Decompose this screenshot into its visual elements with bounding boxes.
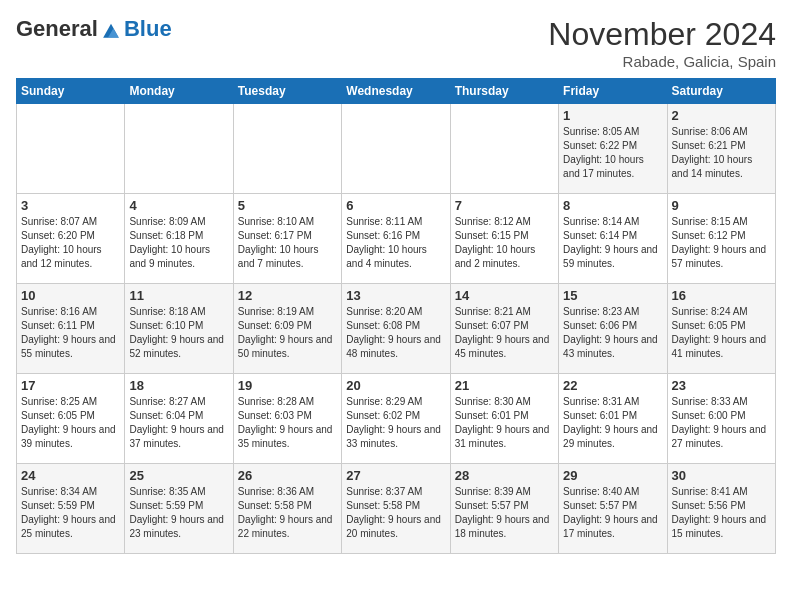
table-row — [342, 104, 450, 194]
day-number: 5 — [238, 198, 337, 213]
header-monday: Monday — [125, 79, 233, 104]
table-row: 16Sunrise: 8:24 AMSunset: 6:05 PMDayligh… — [667, 284, 775, 374]
cell-info: Sunset: 5:57 PM — [455, 499, 554, 513]
table-row: 17Sunrise: 8:25 AMSunset: 6:05 PMDayligh… — [17, 374, 125, 464]
cell-info: Sunrise: 8:16 AM — [21, 305, 120, 319]
cell-info: Daylight: 9 hours and 43 minutes. — [563, 333, 662, 361]
day-number: 7 — [455, 198, 554, 213]
cell-info: Daylight: 9 hours and 33 minutes. — [346, 423, 445, 451]
cell-info: Daylight: 9 hours and 29 minutes. — [563, 423, 662, 451]
table-row: 24Sunrise: 8:34 AMSunset: 5:59 PMDayligh… — [17, 464, 125, 554]
cell-info: Sunrise: 8:39 AM — [455, 485, 554, 499]
logo-blue: Blue — [124, 16, 172, 42]
day-number: 1 — [563, 108, 662, 123]
cell-info: Daylight: 9 hours and 22 minutes. — [238, 513, 337, 541]
header-friday: Friday — [559, 79, 667, 104]
header-thursday: Thursday — [450, 79, 558, 104]
table-row: 26Sunrise: 8:36 AMSunset: 5:58 PMDayligh… — [233, 464, 341, 554]
table-row: 29Sunrise: 8:40 AMSunset: 5:57 PMDayligh… — [559, 464, 667, 554]
cell-info: Daylight: 9 hours and 31 minutes. — [455, 423, 554, 451]
day-number: 3 — [21, 198, 120, 213]
cell-info: Sunset: 5:58 PM — [238, 499, 337, 513]
table-row: 11Sunrise: 8:18 AMSunset: 6:10 PMDayligh… — [125, 284, 233, 374]
calendar-header: Sunday Monday Tuesday Wednesday Thursday… — [17, 79, 776, 104]
cell-info: Sunset: 5:59 PM — [21, 499, 120, 513]
cell-info: Sunset: 6:01 PM — [455, 409, 554, 423]
cell-info: Sunset: 5:57 PM — [563, 499, 662, 513]
table-row: 6Sunrise: 8:11 AMSunset: 6:16 PMDaylight… — [342, 194, 450, 284]
table-row: 5Sunrise: 8:10 AMSunset: 6:17 PMDaylight… — [233, 194, 341, 284]
cell-info: Sunrise: 8:24 AM — [672, 305, 771, 319]
cell-info: Daylight: 9 hours and 37 minutes. — [129, 423, 228, 451]
cell-info: Daylight: 10 hours and 4 minutes. — [346, 243, 445, 271]
cell-info: Daylight: 9 hours and 25 minutes. — [21, 513, 120, 541]
day-number: 27 — [346, 468, 445, 483]
cell-info: Daylight: 9 hours and 27 minutes. — [672, 423, 771, 451]
table-row: 30Sunrise: 8:41 AMSunset: 5:56 PMDayligh… — [667, 464, 775, 554]
table-row: 23Sunrise: 8:33 AMSunset: 6:00 PMDayligh… — [667, 374, 775, 464]
cell-info: Sunset: 6:12 PM — [672, 229, 771, 243]
header-sunday: Sunday — [17, 79, 125, 104]
cell-info: Sunrise: 8:23 AM — [563, 305, 662, 319]
day-number: 6 — [346, 198, 445, 213]
calendar-table: Sunday Monday Tuesday Wednesday Thursday… — [16, 78, 776, 554]
calendar-body: 1Sunrise: 8:05 AMSunset: 6:22 PMDaylight… — [17, 104, 776, 554]
cell-info: Daylight: 9 hours and 59 minutes. — [563, 243, 662, 271]
table-row: 18Sunrise: 8:27 AMSunset: 6:04 PMDayligh… — [125, 374, 233, 464]
cell-info: Daylight: 9 hours and 15 minutes. — [672, 513, 771, 541]
day-number: 11 — [129, 288, 228, 303]
table-row: 28Sunrise: 8:39 AMSunset: 5:57 PMDayligh… — [450, 464, 558, 554]
cell-info: Sunrise: 8:09 AM — [129, 215, 228, 229]
cell-info: Sunset: 6:07 PM — [455, 319, 554, 333]
cell-info: Sunrise: 8:28 AM — [238, 395, 337, 409]
table-row — [17, 104, 125, 194]
day-number: 23 — [672, 378, 771, 393]
logo: General Blue — [16, 16, 172, 42]
cell-info: Daylight: 9 hours and 39 minutes. — [21, 423, 120, 451]
day-number: 16 — [672, 288, 771, 303]
table-row: 7Sunrise: 8:12 AMSunset: 6:15 PMDaylight… — [450, 194, 558, 284]
cell-info: Sunrise: 8:27 AM — [129, 395, 228, 409]
table-row: 8Sunrise: 8:14 AMSunset: 6:14 PMDaylight… — [559, 194, 667, 284]
table-row: 21Sunrise: 8:30 AMSunset: 6:01 PMDayligh… — [450, 374, 558, 464]
table-row: 25Sunrise: 8:35 AMSunset: 5:59 PMDayligh… — [125, 464, 233, 554]
cell-info: Sunrise: 8:11 AM — [346, 215, 445, 229]
cell-info: Sunset: 6:18 PM — [129, 229, 228, 243]
table-row: 9Sunrise: 8:15 AMSunset: 6:12 PMDaylight… — [667, 194, 775, 284]
cell-info: Sunrise: 8:30 AM — [455, 395, 554, 409]
table-row: 1Sunrise: 8:05 AMSunset: 6:22 PMDaylight… — [559, 104, 667, 194]
cell-info: Sunrise: 8:10 AM — [238, 215, 337, 229]
table-row: 2Sunrise: 8:06 AMSunset: 6:21 PMDaylight… — [667, 104, 775, 194]
table-row: 14Sunrise: 8:21 AMSunset: 6:07 PMDayligh… — [450, 284, 558, 374]
cell-info: Daylight: 10 hours and 12 minutes. — [21, 243, 120, 271]
table-row — [450, 104, 558, 194]
cell-info: Daylight: 9 hours and 45 minutes. — [455, 333, 554, 361]
logo-icon — [100, 19, 122, 41]
cell-info: Sunrise: 8:12 AM — [455, 215, 554, 229]
cell-info: Sunrise: 8:15 AM — [672, 215, 771, 229]
cell-info: Daylight: 10 hours and 9 minutes. — [129, 243, 228, 271]
day-number: 26 — [238, 468, 337, 483]
table-row — [125, 104, 233, 194]
cell-info: Sunrise: 8:19 AM — [238, 305, 337, 319]
cell-info: Sunrise: 8:36 AM — [238, 485, 337, 499]
header-wednesday: Wednesday — [342, 79, 450, 104]
day-number: 8 — [563, 198, 662, 213]
cell-info: Daylight: 9 hours and 35 minutes. — [238, 423, 337, 451]
cell-info: Sunrise: 8:20 AM — [346, 305, 445, 319]
day-number: 12 — [238, 288, 337, 303]
day-number: 29 — [563, 468, 662, 483]
cell-info: Sunrise: 8:14 AM — [563, 215, 662, 229]
cell-info: Sunset: 6:01 PM — [563, 409, 662, 423]
day-number: 4 — [129, 198, 228, 213]
cell-info: Sunset: 6:02 PM — [346, 409, 445, 423]
day-number: 17 — [21, 378, 120, 393]
day-number: 30 — [672, 468, 771, 483]
cell-info: Sunrise: 8:06 AM — [672, 125, 771, 139]
cell-info: Sunrise: 8:07 AM — [21, 215, 120, 229]
table-row: 12Sunrise: 8:19 AMSunset: 6:09 PMDayligh… — [233, 284, 341, 374]
location: Rabade, Galicia, Spain — [548, 53, 776, 70]
cell-info: Daylight: 10 hours and 14 minutes. — [672, 153, 771, 181]
table-row: 15Sunrise: 8:23 AMSunset: 6:06 PMDayligh… — [559, 284, 667, 374]
day-number: 22 — [563, 378, 662, 393]
